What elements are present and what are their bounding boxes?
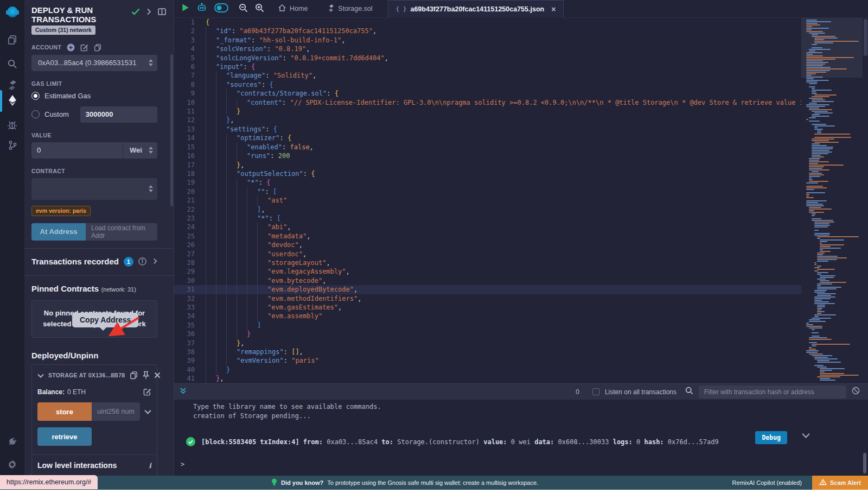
- editor-line[interactable]: 27"userdoc",: [174, 250, 801, 258]
- editor-line[interactable]: 40}: [174, 365, 801, 374]
- gas-custom-input[interactable]: 3000000: [80, 106, 157, 123]
- store-function-button[interactable]: store: [37, 402, 92, 421]
- editor-line[interactable]: 8"sources": {: [174, 80, 801, 89]
- store-expand-chevron-icon[interactable]: [144, 407, 151, 416]
- low-level-info-icon[interactable]: i: [149, 462, 151, 470]
- tab-storage-sol[interactable]: Storage.sol: [321, 0, 380, 18]
- terminal-prompt[interactable]: >: [174, 460, 868, 468]
- editor-line[interactable]: 41},: [174, 374, 801, 383]
- editor-line[interactable]: 20"": [: [174, 187, 801, 196]
- editor-line[interactable]: 1{: [174, 18, 801, 27]
- code-editor[interactable]: 1{2"id": "a69b43f277ba20fcac141151250ca7…: [174, 18, 868, 383]
- remove-instance-icon[interactable]: [154, 372, 161, 378]
- terminal-content[interactable]: Type the library name to see available c…: [174, 400, 868, 476]
- terminal-expand-icon[interactable]: [180, 387, 187, 397]
- editor-line[interactable]: 31"evm.deployedBytecode",: [174, 285, 801, 294]
- editor-line[interactable]: 2"id": "a69b43f277ba20fcac141151250ca755…: [174, 27, 801, 35]
- value-input[interactable]: 0: [31, 142, 123, 159]
- listen-all-checkbox[interactable]: [592, 388, 599, 395]
- deploy-run-icon[interactable]: [0, 91, 24, 110]
- editor-line[interactable]: 32"evm.methodIdentifiers",: [174, 294, 801, 303]
- close-tab-icon[interactable]: ×: [551, 5, 556, 14]
- gas-custom-radio[interactable]: [31, 110, 40, 118]
- contract-select[interactable]: [31, 178, 157, 200]
- editor-line[interactable]: 38"remappings": [],: [174, 348, 801, 356]
- at-address-input[interactable]: Load contract from Addr: [86, 223, 157, 241]
- editor-scrollbar-thumb[interactable]: [864, 19, 867, 56]
- copy-account-icon[interactable]: [94, 43, 101, 52]
- transactions-expand-chevron-icon[interactable]: [153, 257, 157, 267]
- run-script-icon[interactable]: [182, 3, 189, 14]
- editor-scrollbar[interactable]: [863, 18, 868, 383]
- gas-estimated-radio[interactable]: [31, 92, 40, 100]
- transactions-info-icon[interactable]: [138, 257, 146, 266]
- terminal-filter-input[interactable]: Filter with transaction hash or address: [699, 386, 846, 399]
- editor-line[interactable]: 9"contracts/Storage.sol": {: [174, 89, 801, 98]
- editor-line[interactable]: 22],: [174, 205, 801, 214]
- edit-balance-icon[interactable]: [143, 388, 151, 396]
- pin-panel-icon[interactable]: [158, 8, 166, 17]
- tab-home[interactable]: Home: [271, 0, 315, 18]
- editor-line[interactable]: 34"evm.assembly": [174, 312, 801, 320]
- file-explorer-icon[interactable]: [0, 30, 24, 49]
- retrieve-function-button[interactable]: retrieve: [37, 427, 92, 446]
- editor-line[interactable]: 28"storageLayout",: [174, 258, 801, 267]
- copy-address-icon[interactable]: [130, 371, 138, 380]
- at-address-button[interactable]: At Address: [31, 223, 86, 241]
- editor-line[interactable]: 23"*": [: [174, 214, 801, 223]
- editor-line[interactable]: 15"enabled": false,: [174, 143, 801, 151]
- zoom-out-icon[interactable]: [239, 3, 248, 15]
- pin-contract-icon[interactable]: [142, 371, 150, 380]
- instance-collapse-chevron-icon[interactable]: [37, 370, 44, 380]
- editor-line[interactable]: 30"evm.bytecode",: [174, 276, 801, 285]
- value-unit-select[interactable]: Wei: [123, 142, 157, 159]
- copilot-status[interactable]: RemixAI Copilot (enabled): [732, 476, 802, 490]
- account-select[interactable]: 0xA03...85ac4 (0.39866531531: [31, 55, 157, 71]
- editor-line[interactable]: 10"content": "// SPDX-License-Identifier…: [174, 98, 801, 107]
- gas-custom-option[interactable]: Custom 3000000: [31, 106, 157, 123]
- editor-line[interactable]: 26"devdoc",: [174, 241, 801, 249]
- editor-lines[interactable]: 1{2"id": "a69b43f277ba20fcac141151250ca7…: [174, 18, 801, 383]
- editor-line[interactable]: 18"outputSelection": {: [174, 169, 801, 178]
- search-icon[interactable]: [0, 54, 24, 73]
- remixai-robot-icon[interactable]: [196, 3, 207, 15]
- editor-line[interactable]: 14"optimizer": {: [174, 134, 801, 142]
- debug-button[interactable]: Debug: [755, 431, 787, 444]
- git-icon[interactable]: [0, 136, 24, 154]
- editor-line[interactable]: 19"*": {: [174, 178, 801, 187]
- scam-alert-button[interactable]: Scam Alert: [812, 476, 868, 490]
- terminal-search-icon[interactable]: [685, 387, 693, 397]
- zoom-in-icon[interactable]: [255, 3, 264, 15]
- editor-line[interactable]: 6"input": {: [174, 62, 801, 71]
- editor-line[interactable]: 25"metadata",: [174, 232, 801, 241]
- expand-panel-chevron-icon[interactable]: [146, 8, 151, 17]
- editor-line[interactable]: 16"runs": 200: [174, 151, 801, 160]
- panel-scrollbar[interactable]: [170, 54, 173, 206]
- editor-line[interactable]: 37},: [174, 339, 801, 348]
- editor-line[interactable]: 21"ast": [174, 196, 801, 205]
- editor-minimap[interactable]: [801, 18, 863, 383]
- editor-line[interactable]: 36}: [174, 330, 801, 338]
- tab-build-info-json[interactable]: { } a69b43f277ba20fcac141151250ca755.jso…: [388, 0, 564, 18]
- editor-line[interactable]: 5"solcLongVersion": "0.8.19+commit.7dd6d…: [174, 54, 801, 62]
- remix-logo-icon[interactable]: [0, 3, 24, 22]
- plugin-manager-icon[interactable]: [0, 432, 24, 451]
- editor-line[interactable]: 13"settings": {: [174, 125, 801, 134]
- editor-line[interactable]: 29"evm.legacyAssembly",: [174, 267, 801, 276]
- terminal-scrollbar-thumb[interactable]: [863, 453, 866, 473]
- editor-line[interactable]: 3"_format": "hh-sol-build-info-1",: [174, 36, 801, 45]
- settings-gear-icon[interactable]: [0, 455, 24, 473]
- copilot-toggle-icon[interactable]: [214, 3, 228, 15]
- editor-line[interactable]: 12},: [174, 116, 801, 124]
- editor-line[interactable]: 24"abi",: [174, 223, 801, 231]
- clear-console-icon[interactable]: [852, 387, 860, 397]
- store-args-input[interactable]: uint256 num: [92, 402, 140, 421]
- create-account-icon[interactable]: [67, 43, 75, 52]
- editor-line[interactable]: 33"evm.gasEstimates",: [174, 303, 801, 312]
- editor-line[interactable]: 4"solcVersion": "0.8.19",: [174, 45, 801, 53]
- gas-estimated-option[interactable]: Estimated Gas: [31, 92, 157, 100]
- debugger-icon[interactable]: [0, 115, 24, 134]
- editor-line[interactable]: 35]: [174, 321, 801, 330]
- sign-message-icon[interactable]: [80, 43, 88, 52]
- editor-line[interactable]: 17},: [174, 161, 801, 169]
